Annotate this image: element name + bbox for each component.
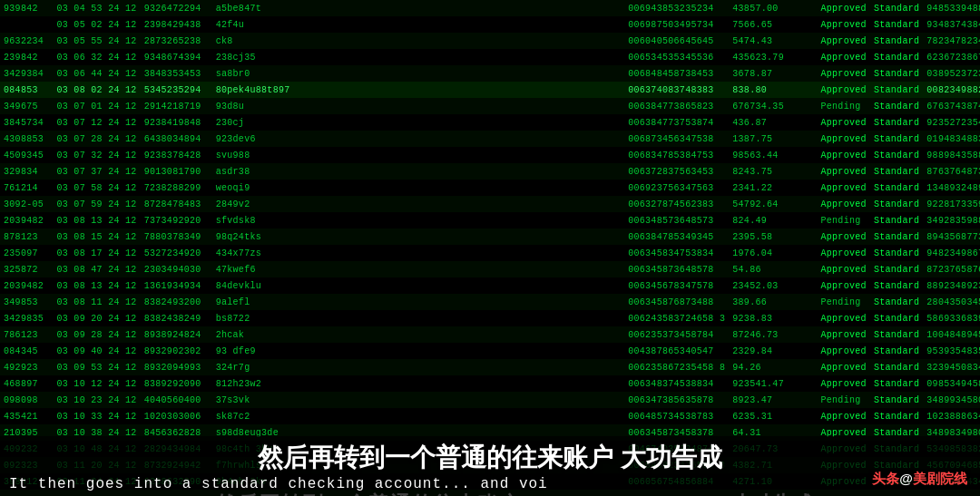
table-row: 03 05 02 24 12239842943842f4u00698750349… [0, 16, 980, 33]
table-cell: 5474.43 [729, 33, 817, 49]
table-cell: 8382493200 [141, 294, 205, 310]
table-cell: 4509345 [0, 147, 53, 163]
table-cell: 468897 [0, 375, 53, 392]
table-cell: 782347823478528257889499 [923, 33, 980, 49]
table-cell [205, 98, 212, 114]
table-cell: Approved [817, 245, 869, 261]
table-cell: 006345873648578 [624, 261, 729, 277]
table-cell: 006243583724658 3 [624, 310, 729, 326]
table-cell: 006374083748383 [624, 82, 729, 98]
table-cell: Pending [817, 98, 869, 114]
table-row: 34967503 07 01 24 12291421871993d8u00638… [0, 98, 980, 114]
table-cell: 8932094993 [141, 359, 205, 375]
table-cell: Approved [817, 326, 869, 343]
table-cell: 280435034587534935458075 [923, 294, 980, 310]
table-cell [205, 131, 212, 147]
table-cell [205, 196, 212, 212]
table-cell: 2395.58 [729, 229, 817, 245]
table-cell: 1976.04 [729, 245, 817, 261]
table-row: 963223403 05 55 24 122873265238ck8006040… [0, 33, 980, 49]
table-cell: 435421 [0, 408, 53, 424]
table-cell: 6438034894 [141, 131, 205, 147]
table-cell: 93483743848733768348724 2 [923, 16, 980, 33]
table-cell: 006384773865823 [624, 98, 729, 114]
table-cell: 98q24tks [212, 229, 624, 245]
table-row: 3092-0503 07 59 24 1287284784832849v2006… [0, 196, 980, 212]
table-cell: 03 06 32 24 12 [53, 49, 140, 65]
table-cell: 2303494030 [141, 261, 205, 277]
table-cell: Approved [817, 16, 869, 33]
table-cell: 239842 [0, 49, 53, 65]
table-cell: 2849v2 [212, 196, 624, 212]
table-cell: 9238.83 [729, 310, 817, 326]
table-cell: Pending [817, 392, 869, 408]
table-cell [205, 114, 212, 131]
table-cell: 3092-05 [0, 196, 53, 212]
table-cell: 923541.47 [729, 375, 817, 392]
table-cell: 389.66 [729, 294, 817, 310]
table-cell: Standard [870, 49, 923, 65]
table-cell: 8389292090 [141, 375, 205, 392]
table-cell: 436.87 [729, 114, 817, 131]
table-row: 43542103 10 33 24 121020303006sk87c20064… [0, 408, 980, 424]
table-row: 08485303 08 02 24 12534523529480pek4u88t… [0, 82, 980, 98]
table-cell: 939842 [0, 0, 53, 16]
table-cell: 230cj [212, 114, 624, 131]
table-cell: Approved [817, 82, 869, 98]
table-row: 49292303 09 53 24 128932094993324r7g0062… [0, 359, 980, 375]
table-cell: 9238378428 [141, 147, 205, 163]
table-cell: svu988 [212, 147, 624, 163]
table-cell: Approved [817, 33, 869, 49]
table-cell: 98563.44 [729, 147, 817, 163]
main-container: 93984203 04 53 24 129326472294a5be847t00… [0, 0, 980, 496]
table-cell: 03 07 58 24 12 [53, 180, 140, 196]
table-cell: Approved [817, 131, 869, 147]
table-cell [205, 408, 212, 424]
table-cell [205, 245, 212, 261]
table-cell: Standard [870, 294, 923, 310]
table-cell: 37s3vk [212, 392, 624, 408]
table-cell [205, 229, 212, 245]
table-cell: Standard [870, 375, 923, 392]
table-cell: a5be847t [212, 0, 624, 16]
table-cell: 434x77zs [212, 245, 624, 261]
table-cell: Approved [817, 229, 869, 245]
table-cell: 3848353453 [141, 65, 205, 82]
table-cell: 098098 [0, 392, 53, 408]
table-cell: 03 05 02 24 12 [53, 16, 140, 33]
table-cell: 93d8u [212, 98, 624, 114]
table-cell: 238cj35 [212, 49, 624, 65]
table-cell: Approved [817, 310, 869, 326]
table-cell: 102388863487684875754887 [923, 408, 980, 424]
table-cell [205, 310, 212, 326]
table-cell: 8728478483 [141, 196, 205, 212]
table-cell: 94.26 [729, 359, 817, 375]
table-cell: 03 07 28 24 12 [53, 131, 140, 147]
table-cell: 100484894563784458349922 [923, 326, 980, 343]
table-cell: 923dev6 [212, 131, 624, 147]
table-cell: 8923.47 [729, 392, 817, 408]
table-row: 342983503 09 20 24 128382438249bs8722006… [0, 310, 980, 326]
table-cell: Pending [817, 212, 869, 229]
table-cell: 42f4u [212, 16, 624, 33]
table-row: 76121403 07 58 24 127238288299weoqi90069… [0, 180, 980, 196]
table-row: 46889703 10 12 24 128389292090812h23w200… [0, 375, 980, 392]
table-cell: 03 06 44 24 12 [53, 65, 140, 82]
table-cell: Standard [870, 65, 923, 82]
table-row: 23984203 06 32 24 129348674394238cj35006… [0, 49, 980, 65]
table-row: 09809803 10 23 24 12404056040037s3vk0063… [0, 392, 980, 408]
table-cell: 325872 [0, 261, 53, 277]
table-cell: 812h23w2 [212, 375, 624, 392]
table-cell: 348993458075439 87347253 [923, 392, 980, 408]
table-cell [205, 375, 212, 392]
table-cell [205, 277, 212, 294]
table-cell: 03 08 15 24 12 [53, 229, 140, 245]
table-row: 32587203 08 47 24 12230349403047kwef6006… [0, 261, 980, 277]
table-cell: 2hcak [212, 326, 624, 343]
table-cell: 786123 [0, 326, 53, 343]
table-cell: Approved [817, 180, 869, 196]
table-cell: Approved [817, 277, 869, 294]
table-cell: Approved [817, 163, 869, 180]
table-cell: Standard [870, 33, 923, 49]
table-row: 32983403 07 37 24 129013081790asdr380063… [0, 163, 980, 180]
